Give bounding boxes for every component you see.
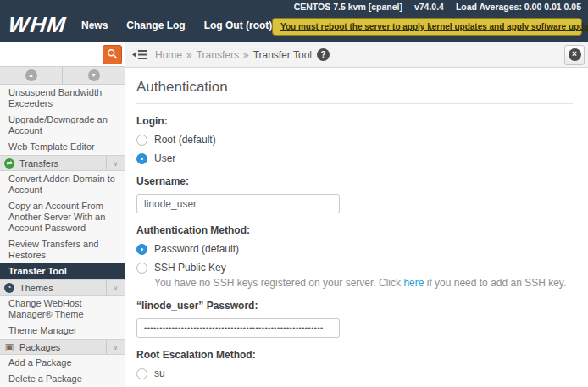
breadcrumb-bar: Home » Transfers » Transfer Tool ? × <box>125 42 588 68</box>
nav-change-log[interactable]: Change Log <box>126 19 185 31</box>
login-option-user[interactable]: User <box>136 152 573 164</box>
radio-label: Password (default) <box>154 243 239 255</box>
sidebar-item-delete-a-package[interactable]: Delete a Package <box>0 371 125 387</box>
chevron-down-icon[interactable]: ∨ <box>106 340 125 354</box>
breadcrumb-home[interactable]: Home <box>155 49 182 61</box>
server-name: CENTOS 7.5 kvm [cpanel] <box>294 2 402 12</box>
username-field[interactable] <box>136 194 340 213</box>
breadcrumb-transfers[interactable]: Transfers <box>197 49 239 61</box>
radio-label: User <box>154 152 175 164</box>
password-label: “linode_user” Password: <box>136 300 573 312</box>
sidebar-section-themes[interactable]: ◔ Themes ∨ <box>0 279 125 296</box>
whm-version: v74.0.4 <box>414 2 444 12</box>
sidebar-item-web-template-editor[interactable]: Web Template Editor <box>0 139 125 155</box>
packages-icon: ▣ <box>4 342 14 352</box>
chevron-down-icon[interactable]: ∨ <box>106 156 125 170</box>
breadcrumb: Home » Transfers » Transfer Tool <box>155 49 312 61</box>
brand-row: WHM News Change Log Log Out (root) <box>0 12 272 38</box>
main-panel: Home » Transfers » Transfer Tool ? × Aut… <box>125 42 588 387</box>
close-help-button[interactable]: × <box>564 45 585 65</box>
top-bar: CENTOS 7.5 kvm [cpanel] v74.0.4 Load Ave… <box>0 0 588 42</box>
auth-method-label: Authentication Method: <box>136 224 573 236</box>
load-averages: Load Averages: 0.00 0.01 0.05 <box>456 2 581 12</box>
sidebar-section-transfers[interactable]: ⇄ Transfers ∨ <box>0 155 125 171</box>
arrow-up-icon: ▲ <box>25 69 37 81</box>
scroll-down-button[interactable]: ▼ <box>63 67 125 84</box>
radio-label: su <box>154 368 165 379</box>
sidebar: ▲ ▼ Unsuspend Bandwidth Exceeders Upgrad… <box>0 42 125 387</box>
sidebar-item-change-whm-theme[interactable]: Change WebHost Manager® Theme <box>0 296 125 323</box>
breadcrumb-separator: » <box>243 49 249 61</box>
chevron-down-icon[interactable]: ∨ <box>106 280 125 295</box>
nav-log-out[interactable]: Log Out (root) <box>204 19 273 31</box>
top-nav: News Change Log Log Out (root) <box>81 19 272 31</box>
help-icon[interactable]: ? <box>317 48 330 61</box>
sidebar-item-add-a-package[interactable]: Add a Package <box>0 355 125 371</box>
radio-label: SSH Public Key <box>154 262 226 274</box>
login-option-root[interactable]: Root (default) <box>136 134 573 146</box>
sidebar-item-transfer-tool[interactable]: Transfer Tool <box>0 263 125 279</box>
username-label: Username: <box>136 175 573 187</box>
auth-option-password[interactable]: Password (default) <box>136 243 573 255</box>
radio-ssh-public-key[interactable] <box>136 263 147 274</box>
reboot-alert-link[interactable]: You must reboot the server to apply kern… <box>272 18 582 36</box>
radio-user[interactable] <box>136 153 147 164</box>
section-label: Packages <box>19 342 106 352</box>
ssh-key-note: You have no SSH keys registered on your … <box>154 277 573 289</box>
themes-icon: ◔ <box>4 283 14 293</box>
sidebar-item-unsuspend-bandwidth[interactable]: Unsuspend Bandwidth Exceeders <box>0 85 125 112</box>
whm-app: CENTOS 7.5 kvm [cpanel] v74.0.4 Load Ave… <box>0 0 588 387</box>
breadcrumb-separator: » <box>186 49 192 61</box>
section-label: Transfers <box>19 158 106 169</box>
whm-logo[interactable]: WHM <box>7 12 75 38</box>
nav-news[interactable]: News <box>81 19 108 31</box>
close-icon: × <box>569 48 581 61</box>
workspace: ▲ ▼ Unsuspend Bandwidth Exceeders Upgrad… <box>0 42 588 387</box>
radio-password-default[interactable] <box>136 244 147 255</box>
radio-su[interactable] <box>136 368 147 379</box>
login-label: Login: <box>136 115 573 127</box>
password-field[interactable] <box>136 318 340 338</box>
add-ssh-key-link[interactable]: here <box>403 277 424 289</box>
sidebar-item-copy-account[interactable]: Copy an Account From Another Server With… <box>0 198 125 236</box>
arrow-down-icon: ▼ <box>88 69 100 81</box>
scroll-up-button[interactable]: ▲ <box>0 67 63 84</box>
server-status: CENTOS 7.5 kvm [cpanel] v74.0.4 Load Ave… <box>294 2 581 12</box>
transfer-tool-form: Authentication Login: Root (default) Use… <box>125 68 588 387</box>
transfers-icon: ⇄ <box>4 158 14 169</box>
ssh-note-text: You have no SSH keys registered on your … <box>154 277 403 289</box>
search-icon <box>107 47 118 63</box>
sidebar-nav-list: Unsuspend Bandwidth Exceeders Upgrade/Do… <box>0 85 125 387</box>
sidebar-item-convert-addon-domain[interactable]: Convert Addon Domain to Account <box>0 171 125 198</box>
section-label: Themes <box>19 283 106 293</box>
auth-option-ssh-key[interactable]: SSH Public Key <box>136 262 573 274</box>
radio-root-default[interactable] <box>136 135 147 146</box>
collapse-sidebar-icon[interactable] <box>132 49 147 60</box>
sidebar-scroll-controls: ▲ ▼ <box>0 67 125 85</box>
sidebar-item-review-transfers[interactable]: Review Transfers and Restores <box>0 236 125 263</box>
ssh-note-text: if you need to add an SSH key. <box>424 277 566 289</box>
breadcrumb-current: Transfer Tool <box>253 49 312 61</box>
sidebar-item-theme-manager[interactable]: Theme Manager <box>0 323 125 339</box>
sidebar-item-upgrade-downgrade[interactable]: Upgrade/Downgrade an Account <box>0 112 125 139</box>
search-button[interactable] <box>103 45 122 64</box>
root-escalation-label: Root Escalation Method: <box>136 349 573 361</box>
sidebar-search-row <box>0 42 125 67</box>
radio-label: Root (default) <box>154 134 216 146</box>
authentication-heading: Authentication <box>136 79 573 104</box>
escalation-option-su[interactable]: su <box>136 368 573 379</box>
sidebar-section-packages[interactable]: ▣ Packages ∨ <box>0 339 125 355</box>
